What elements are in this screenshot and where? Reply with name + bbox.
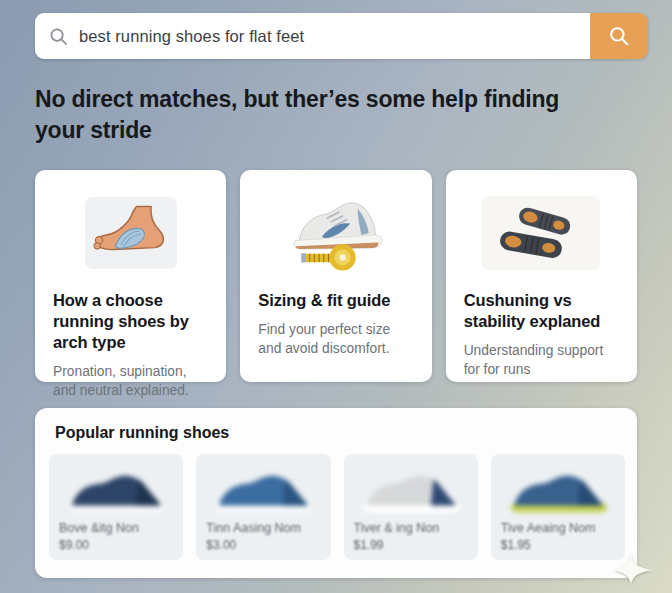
- product-name: Tinn Aasing Nom: [206, 521, 320, 535]
- help-card-title: Sizing & fit guide: [258, 290, 413, 311]
- search-results-screen: best running shoes for flat feet No dire…: [0, 0, 672, 593]
- popular-title: Popular running shoes: [49, 424, 625, 442]
- help-card-arch-type[interactable]: How a choose running shoes by arch type …: [35, 170, 226, 382]
- products-grid: Bove &itg Non $9.00 Tinn Aasing Nom $3.0…: [49, 454, 625, 560]
- search-button-icon: [608, 25, 630, 47]
- product-card[interactable]: Tive Aeaing Nom $1.95: [491, 454, 625, 560]
- foot-arch-illustration: [85, 197, 177, 269]
- shoe-illustration: [211, 465, 315, 517]
- help-card-description: Find your perfect size and avoid discomf…: [258, 320, 413, 358]
- search-bar: best running shoes for flat feet: [35, 13, 648, 59]
- product-price: $1.95: [501, 538, 615, 552]
- help-cards-row: How a choose running shoes by arch type …: [35, 170, 637, 382]
- shoe-measuring-tape-photo: [282, 186, 390, 280]
- help-card-description: Pronation, supination, and neutral expla…: [53, 362, 208, 400]
- product-shoe-image: [354, 460, 468, 521]
- search-input[interactable]: best running shoes for flat feet: [35, 13, 590, 59]
- page-title: No direct matches, but ther’es some help…: [35, 84, 595, 146]
- help-card-cushion-stability[interactable]: Cushuning vs stability explaned Understa…: [446, 170, 637, 382]
- page-title-line2: your stride: [35, 117, 152, 143]
- product-price: $3.00: [206, 538, 320, 552]
- help-card-title: Cushuning vs stability explaned: [464, 290, 619, 332]
- product-card[interactable]: Tinn Aasing Nom $3.00: [196, 454, 330, 560]
- search-icon: [49, 27, 68, 46]
- sparkle-icon: [612, 552, 654, 588]
- search-query-text: best running shoes for flat feet: [79, 27, 304, 46]
- shoe-illustration: [359, 465, 463, 517]
- product-shoe-image: [501, 460, 615, 521]
- product-card[interactable]: Bove &itg Non $9.00: [49, 454, 183, 560]
- search-submit-button[interactable]: [590, 13, 648, 59]
- product-name: Tiver & ing Non: [354, 521, 468, 535]
- help-card-title: How a choose running shoes by arch type: [53, 290, 208, 353]
- product-name: Tive Aeaing Nom: [501, 521, 615, 535]
- help-card-sizing-fit[interactable]: Sizing & fit guide Find your perfect siz…: [240, 170, 431, 382]
- page-title-line1: No direct matches, but ther’es some help…: [35, 86, 559, 112]
- product-name: Bove &itg Non: [59, 521, 173, 535]
- popular-shoes-panel: Popular running shoes Bove &itg Non $9.0…: [35, 408, 637, 578]
- help-card-image-area: [464, 186, 619, 280]
- help-card-image-area: [53, 186, 208, 280]
- help-card-description: Understanding support for for runs: [464, 341, 619, 379]
- help-card-image-area: [258, 186, 413, 280]
- shoe-illustration: [506, 465, 610, 517]
- product-card[interactable]: Tiver & ing Non $1.99: [344, 454, 478, 560]
- product-shoe-image: [59, 460, 173, 521]
- shoe-illustration: [64, 465, 168, 517]
- shoe-soles-photo: [482, 196, 600, 270]
- product-price: $9.00: [59, 538, 173, 552]
- product-price: $1.99: [354, 538, 468, 552]
- product-shoe-image: [206, 460, 320, 521]
